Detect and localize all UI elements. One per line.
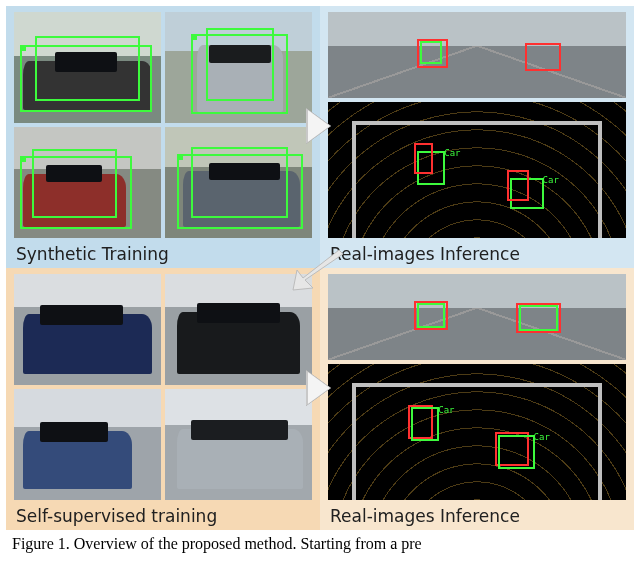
- det-box-icon: [519, 305, 559, 331]
- bbox-3d-icon: [206, 28, 274, 101]
- real-thumb: [14, 389, 161, 500]
- det-box-icon: [411, 407, 439, 441]
- det-box-icon: [507, 170, 529, 201]
- det-box-icon: [417, 303, 445, 328]
- arrow-down-left-icon: [285, 248, 355, 298]
- arrow-right-icon: [308, 110, 330, 142]
- real-grid: [14, 274, 312, 500]
- det-label: Car: [438, 405, 454, 415]
- synthetic-training-panel: Synthetic Training: [6, 6, 320, 268]
- bbox-3d-icon: [191, 147, 288, 218]
- synthetic-thumb: [165, 12, 312, 123]
- synthetic-grid: [14, 12, 312, 238]
- svg-marker-0: [293, 250, 343, 290]
- figure-caption: Figure 1. Overview of the proposed metho…: [6, 530, 634, 554]
- caption-prefix: Figure 1.: [12, 535, 70, 552]
- street-image: [328, 274, 626, 360]
- panel-label-synthetic: Synthetic Training: [14, 238, 312, 266]
- det-box-icon: [420, 41, 442, 64]
- det-label: Car: [534, 432, 550, 442]
- real-thumb: [165, 389, 312, 500]
- det-box-icon: [414, 143, 433, 174]
- self-supervised-panel: Self-supervised training: [6, 268, 320, 530]
- panel-label-selfsup: Self-supervised training: [14, 500, 312, 528]
- real-inference-panel-top: Car Car Real-images Inference: [320, 6, 634, 268]
- det-label: Car: [543, 175, 559, 185]
- bbox-3d-icon: [35, 36, 141, 100]
- real-thumb: [14, 274, 161, 385]
- synthetic-thumb: [165, 127, 312, 238]
- bottom-row: Self-supervised training: [6, 268, 634, 530]
- arrow-right-icon: [308, 372, 330, 404]
- figure-1: Synthetic Training Car: [0, 0, 640, 560]
- lidar-view: Car Car: [328, 102, 626, 238]
- lidar-frame-icon: [352, 121, 602, 238]
- det-box-icon: [498, 435, 535, 469]
- lidar-view: Car Car: [328, 364, 626, 500]
- top-row: Synthetic Training Car: [6, 6, 634, 268]
- det-label: Car: [444, 148, 460, 158]
- panel-label-real-top: Real-images Inference: [328, 238, 626, 266]
- synthetic-thumb: [14, 12, 161, 123]
- inference-stack: Car Car: [328, 12, 626, 238]
- synthetic-thumb: [14, 127, 161, 238]
- panel-label-real-bottom: Real-images Inference: [328, 500, 626, 528]
- lidar-frame-icon: [352, 383, 602, 500]
- det-box-icon: [525, 43, 562, 71]
- street-image: [328, 12, 626, 98]
- real-inference-panel-bottom: Car Car Real-images Inference: [320, 268, 634, 530]
- bbox-3d-icon: [32, 149, 117, 218]
- caption-text: Overview of the proposed method. Startin…: [74, 535, 422, 552]
- inference-stack: Car Car: [328, 274, 626, 500]
